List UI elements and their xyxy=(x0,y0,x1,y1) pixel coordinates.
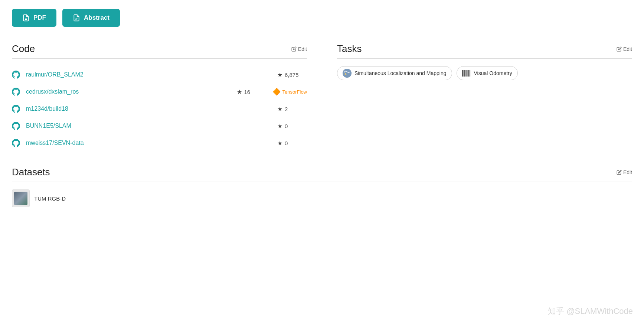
pdf-label: PDF xyxy=(33,14,46,22)
svg-point-4 xyxy=(343,69,352,78)
repo-link-1[interactable]: raulmur/ORB_SLAM2 xyxy=(26,71,271,78)
datasets-section-header: Datasets Edit xyxy=(12,166,632,178)
abstract-label: Abstract xyxy=(84,14,109,22)
tf-icon: 🔶 xyxy=(272,88,281,96)
github-icon-2 xyxy=(12,88,20,96)
star-count-4: ★ 0 xyxy=(277,123,307,130)
github-icon-4 xyxy=(12,122,20,130)
code-edit-link[interactable]: Edit xyxy=(291,46,307,52)
star-icon-2: ★ xyxy=(237,88,242,95)
datasets-edit-icon xyxy=(617,170,622,175)
dataset-thumbnail-1 xyxy=(12,189,30,207)
code-item-2: cedrusx/dxslam_ros ★ 16 🔶 TensorFlow xyxy=(12,83,307,100)
star-icon-1: ★ xyxy=(277,71,282,78)
repo-link-4[interactable]: BUNN1E5/SLAM xyxy=(26,123,271,129)
star-icon-5: ★ xyxy=(277,140,282,147)
tasks-section-header: Tasks Edit xyxy=(337,43,632,55)
svg-rect-7 xyxy=(463,70,464,77)
star-value-5: 0 xyxy=(285,140,288,146)
svg-rect-11 xyxy=(467,70,468,77)
dataset-item-1: TUM RGB-D xyxy=(12,189,632,207)
top-buttons-bar: PDF Abstract xyxy=(0,0,644,36)
datasets-edit-label: Edit xyxy=(623,169,632,175)
star-value-1: 6,875 xyxy=(285,72,299,78)
slam-chip-label: Simultaneous Localization and Mapping xyxy=(354,70,447,76)
code-section-header: Code Edit xyxy=(12,43,307,55)
edit-icon xyxy=(291,46,297,52)
pdf-button[interactable]: PDF xyxy=(12,9,56,27)
star-count-1: ★ 6,875 xyxy=(277,71,307,78)
star-count-5: ★ 0 xyxy=(277,140,307,147)
datasets-divider xyxy=(12,182,632,182)
star-value-3: 2 xyxy=(285,106,288,112)
vo-chip-label: Visual Odometry xyxy=(474,70,512,76)
vo-barcode xyxy=(462,70,471,77)
datasets-section-title: Datasets xyxy=(12,166,50,178)
code-item-1: raulmur/ORB_SLAM2 ★ 6,875 xyxy=(12,66,307,83)
slam-avatar-svg xyxy=(343,69,352,78)
svg-rect-12 xyxy=(468,70,469,77)
star-value-4: 0 xyxy=(285,123,288,129)
svg-rect-8 xyxy=(464,70,465,77)
github-icon-3 xyxy=(12,105,20,113)
repo-link-5[interactable]: mweiss17/SEVN-data xyxy=(26,140,271,146)
svg-rect-13 xyxy=(470,70,470,77)
star-icon-3: ★ xyxy=(277,105,282,113)
tasks-panel: Tasks Edit xyxy=(322,43,632,152)
code-edit-label: Edit xyxy=(298,46,307,52)
svg-rect-9 xyxy=(465,70,466,77)
svg-rect-10 xyxy=(466,70,467,77)
star-value-2: 16 xyxy=(244,89,251,95)
code-panel: Code Edit raulmur/ORB_SLAM2 ★ 6,875 xyxy=(12,43,322,152)
tasks-edit-label: Edit xyxy=(623,46,632,52)
datasets-section: Datasets Edit TUM RGB-D xyxy=(0,159,644,215)
main-content: Code Edit raulmur/ORB_SLAM2 ★ 6,875 xyxy=(0,36,644,159)
tasks-edit-icon xyxy=(617,46,622,52)
tasks-divider xyxy=(337,58,632,59)
github-icon-1 xyxy=(12,71,20,79)
datasets-edit-link[interactable]: Edit xyxy=(617,169,632,175)
abstract-icon xyxy=(73,14,80,22)
svg-rect-6 xyxy=(462,70,463,77)
github-icon-5 xyxy=(12,139,20,147)
slam-avatar xyxy=(343,69,352,78)
tasks-section-title: Tasks xyxy=(337,43,362,55)
code-list: raulmur/ORB_SLAM2 ★ 6,875 cedrusx/dxslam… xyxy=(12,66,307,152)
abstract-button[interactable]: Abstract xyxy=(62,9,120,27)
star-count-3: ★ 2 xyxy=(277,105,307,113)
code-item-3: m1234d/build18 ★ 2 xyxy=(12,100,307,117)
task-chips-container: Simultaneous Localization and Mapping xyxy=(337,66,632,80)
code-section-title: Code xyxy=(12,43,35,55)
task-chip-vo[interactable]: Visual Odometry xyxy=(457,66,518,80)
dataset-name-1: TUM RGB-D xyxy=(34,195,66,202)
star-icon-4: ★ xyxy=(277,123,282,130)
star-count-2: ★ 16 xyxy=(237,88,267,95)
code-item-5: mweiss17/SEVN-data ★ 0 xyxy=(12,134,307,152)
pdf-icon xyxy=(22,14,30,22)
svg-rect-14 xyxy=(471,70,471,77)
repo-link-3[interactable]: m1234d/build18 xyxy=(26,105,271,112)
task-chip-slam[interactable]: Simultaneous Localization and Mapping xyxy=(337,66,452,80)
dataset-thumb-inner xyxy=(14,192,27,205)
tf-label: TensorFlow xyxy=(282,89,307,95)
code-divider xyxy=(12,58,307,59)
code-item-4: BUNN1E5/SLAM ★ 0 xyxy=(12,117,307,134)
tensorflow-badge: 🔶 TensorFlow xyxy=(272,88,307,96)
barcode-svg xyxy=(462,70,471,77)
repo-link-2[interactable]: cedrusx/dxslam_ros xyxy=(26,88,231,95)
tasks-edit-link[interactable]: Edit xyxy=(617,46,632,52)
